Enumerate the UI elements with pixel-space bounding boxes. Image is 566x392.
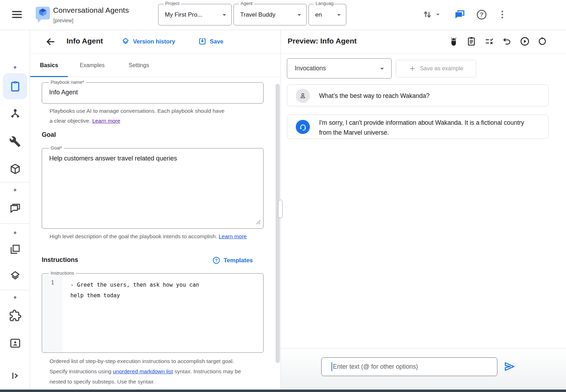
invocations-value: Invocations (295, 59, 326, 78)
line-number-gutter: 1 (42, 274, 63, 352)
sidebar-item-flows[interactable] (0, 104, 30, 124)
rail-divider (0, 290, 30, 290)
playbooks-clipboard-icon (9, 80, 21, 92)
agent-select-value: Travel Buddy (240, 4, 276, 25)
send-icon (503, 361, 515, 373)
android-bot-icon[interactable] (449, 36, 458, 48)
playbook-name-field[interactable]: Playbook name* Info Agent (42, 82, 264, 104)
rail-divider (0, 182, 30, 182)
project-select[interactable]: Project My First Pro... (158, 4, 232, 25)
text-cursor (331, 362, 332, 371)
goal-helper-text: High level description of the goal the p… (50, 232, 248, 241)
sidebar-item-contacts[interactable] (0, 333, 30, 353)
line-number: 1 (51, 280, 54, 286)
restart-icon[interactable] (537, 36, 547, 48)
preview-input-area (281, 348, 566, 392)
instructions-label: Instructions (49, 270, 76, 276)
instructions-heading: Instructions (42, 256, 78, 264)
dropdown-caret-icon (220, 11, 229, 21)
tab-basics[interactable]: Basics (30, 54, 68, 77)
save-button[interactable]: Save (198, 37, 224, 46)
sidebar-item-versions[interactable] (0, 266, 30, 286)
preview-header: Preview: Info Agent (281, 30, 566, 54)
menu-icon[interactable] (9, 8, 25, 22)
undo-icon[interactable] (502, 36, 512, 48)
person-icon (298, 91, 307, 100)
instructions-code-editor[interactable]: 1 - Greet the users, then ask how you ca… (42, 274, 263, 352)
templates-button[interactable]: ? Templates (212, 256, 253, 264)
playbook-editor-panel: Info Agent Version history Save Basics E… (30, 30, 281, 392)
window-bottom-edge (0, 390, 566, 392)
preview-toolbar (449, 36, 547, 48)
goal-heading: Goal (42, 131, 56, 139)
save-as-example-label: Save as example (420, 65, 463, 72)
versions-layers-icon (9, 270, 21, 282)
sidebar-item-playbooks[interactable] (0, 76, 30, 96)
send-button[interactable] (503, 361, 516, 373)
help-icon[interactable]: ? (475, 8, 488, 21)
editor-tabs: Basics Examples Settings (30, 54, 281, 77)
play-circle-icon[interactable] (520, 36, 529, 48)
markdown-list-link[interactable]: unordered markdown list (113, 368, 173, 374)
preview-panel: Preview: Info Agent (281, 30, 566, 392)
back-button[interactable] (44, 35, 58, 49)
playbook-helper-text: Playbooks use AI to manage conversations… (50, 106, 226, 126)
sidebar-item-packages[interactable] (0, 159, 30, 179)
rules-check-icon[interactable] (484, 36, 494, 48)
section-dot (14, 189, 16, 191)
sidebar-item-integrations[interactable] (0, 306, 30, 326)
goal-label: Goal* (49, 145, 64, 151)
learn-more-link[interactable]: Learn more (219, 233, 247, 239)
panel-resize-handle[interactable] (278, 200, 283, 218)
chat-input[interactable] (321, 357, 497, 376)
version-history-button[interactable]: Version history (121, 37, 175, 46)
agent-select[interactable]: Agent Travel Buddy (233, 4, 307, 25)
dropdown-caret-icon (335, 11, 343, 21)
back-arrow-icon (45, 36, 56, 47)
editor-header: Info Agent Version history Save (30, 30, 281, 54)
playbook-name-value: Info Agent (49, 89, 78, 96)
sidebar-item-conversations[interactable] (0, 199, 30, 218)
agent-message-text: I'm sorry, I can't provide information a… (319, 118, 531, 138)
language-select[interactable]: Language en (308, 4, 346, 25)
goal-value: Help customers answer travel related que… (49, 155, 177, 162)
tools-wrench-icon (9, 136, 21, 147)
tab-examples[interactable]: Examples (72, 54, 112, 77)
preview-title: Preview: Info Agent (288, 37, 357, 45)
svg-text:?: ? (215, 258, 218, 263)
save-as-example-button[interactable]: Save as example (396, 60, 476, 77)
plus-icon (409, 65, 416, 72)
sort-caret-icon[interactable] (433, 8, 443, 21)
learn-more-link[interactable]: Learn more (92, 118, 120, 124)
tab-settings[interactable]: Settings (120, 54, 157, 77)
more-options-icon[interactable] (496, 8, 509, 21)
section-dot (14, 66, 16, 69)
app-window: Conversational Agents [preview] Project … (0, 0, 566, 392)
assignment-clipboard-icon[interactable] (467, 36, 476, 48)
project-select-value: My First Pro... (165, 4, 202, 25)
expand-panel-icon[interactable] (0, 366, 30, 386)
instructions-field[interactable]: Instructions 1 - Greet the users, then a… (42, 273, 264, 353)
language-select-value: en (315, 4, 322, 25)
flows-tree-icon (9, 108, 21, 120)
sort-arrows-icon[interactable] (421, 8, 434, 21)
resize-handle-icon[interactable] (256, 220, 261, 226)
version-history-label: Version history (133, 38, 175, 45)
playbook-title: Info Agent (67, 37, 103, 45)
contact-card-icon (9, 337, 21, 349)
version-history-layers-icon (121, 37, 130, 46)
form-scrollbar[interactable] (276, 84, 280, 363)
left-navigation-rail (0, 30, 30, 392)
playbook-name-label: Playbook name* (49, 80, 86, 85)
top-header: Conversational Agents [preview] Project … (0, 0, 566, 30)
app-preview-badge: [preview] (53, 18, 73, 23)
sidebar-item-pages[interactable] (0, 239, 30, 259)
feedback-chat-icon[interactable] (453, 8, 466, 21)
templates-label: Templates (224, 257, 253, 264)
agent-message-card: I'm sorry, I can't provide information a… (287, 115, 549, 139)
goal-field[interactable]: Goal* Help customers answer travel relat… (42, 148, 264, 229)
sidebar-item-tools[interactable] (0, 131, 30, 151)
invocations-select[interactable]: Invocations (287, 58, 392, 78)
dropdown-caret-icon (378, 64, 386, 74)
package-cube-icon (9, 163, 21, 175)
